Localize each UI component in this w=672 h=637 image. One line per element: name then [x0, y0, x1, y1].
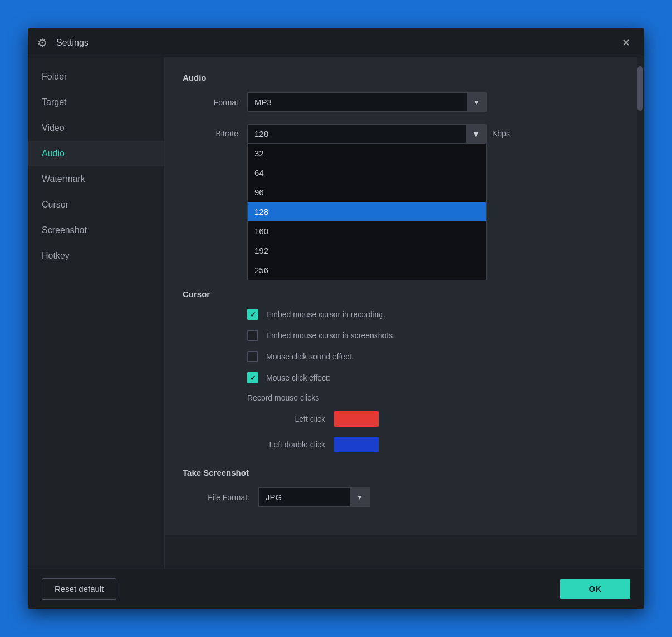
settings-icon: ⚙: [37, 36, 51, 50]
embed-screenshot-checkbox[interactable]: [247, 330, 258, 341]
format-select-wrapper: MP3 AAC WAV ▼: [247, 92, 487, 112]
embed-screenshot-row: Embed mouse cursor in screenshots.: [247, 330, 626, 341]
left-click-row: Left click: [247, 411, 626, 427]
bitrate-option-192[interactable]: 192: [248, 241, 486, 260]
bitrate-option-32[interactable]: 32: [248, 144, 486, 163]
sidebar-item-cursor[interactable]: Cursor: [28, 192, 164, 218]
titlebar: ⚙ Settings ✕: [28, 28, 644, 57]
bitrate-dropdown-trigger[interactable]: 128 ▼: [247, 124, 487, 144]
bitrate-option-96[interactable]: 96: [248, 182, 486, 202]
bitrate-dropdown-container: 128 ▼ 32 64 96 128 160 192 256: [247, 124, 487, 144]
content-scroll: Audio Format MP3 AAC WAV ▼: [165, 57, 644, 535]
content-area: Audio Format MP3 AAC WAV ▼: [165, 57, 644, 535]
click-sound-label: Mouse click sound effect.: [266, 352, 354, 361]
left-double-click-label: Left double click: [247, 440, 325, 449]
audio-section-title: Audio: [183, 73, 626, 82]
scrollbar-track[interactable]: [637, 57, 644, 569]
embed-recording-label: Embed mouse cursor in recording.: [266, 310, 385, 319]
bitrate-label: Bitrate: [183, 129, 238, 138]
format-select[interactable]: MP3 AAC WAV: [247, 92, 487, 112]
sidebar-item-folder[interactable]: Folder: [28, 64, 164, 90]
bitrate-option-160[interactable]: 160: [248, 221, 486, 241]
sidebar-item-video[interactable]: Video: [28, 115, 164, 141]
bitrate-dropdown-list: 32 64 96 128 160 192 256: [247, 144, 487, 280]
bitrate-option-64[interactable]: 64: [248, 163, 486, 182]
file-format-select-wrapper: JPG PNG BMP ▼: [258, 487, 370, 507]
left-double-click-color-swatch[interactable]: [334, 437, 379, 452]
file-format-label: File Format:: [183, 493, 249, 502]
sidebar-item-target[interactable]: Target: [28, 90, 164, 115]
cursor-section-title: Cursor: [183, 289, 626, 299]
click-effect-row: Mouse click effect:: [247, 372, 626, 383]
main-content: Folder Target Video Audio Watermark Curs…: [28, 57, 644, 569]
sidebar-item-hotkey[interactable]: Hotkey: [28, 243, 164, 269]
sidebar-item-watermark[interactable]: Watermark: [28, 166, 164, 192]
window-title: Settings: [56, 38, 617, 48]
file-format-row: File Format: JPG PNG BMP ▼: [183, 487, 626, 507]
click-effect-label: Mouse click effect:: [266, 373, 330, 382]
click-sound-checkbox[interactable]: [247, 351, 258, 362]
footer: Reset default OK: [28, 569, 644, 609]
left-double-click-row: Left double click: [247, 437, 626, 452]
embed-screenshot-label: Embed mouse cursor in screenshots.: [266, 331, 395, 340]
ok-button[interactable]: OK: [560, 579, 631, 599]
scrollbar-thumb[interactable]: [637, 66, 643, 111]
settings-window: ⚙ Settings ✕ Folder Target Video Audio W…: [28, 28, 644, 609]
screenshot-section-title: Take Screenshot: [183, 468, 626, 477]
left-click-color-swatch[interactable]: [334, 411, 379, 427]
format-label: Format: [183, 98, 238, 107]
bitrate-unit: Kbps: [492, 129, 510, 138]
bitrate-row: Bitrate 128 ▼ 32 64 96 128 160: [183, 124, 626, 144]
sidebar-item-audio[interactable]: Audio: [28, 141, 164, 166]
sidebar: Folder Target Video Audio Watermark Curs…: [28, 57, 165, 569]
close-button[interactable]: ✕: [617, 34, 635, 52]
screenshot-section: Take Screenshot File Format: JPG PNG BMP…: [183, 468, 626, 507]
sidebar-item-screenshot[interactable]: Screenshot: [28, 218, 164, 243]
click-effect-checkbox[interactable]: [247, 372, 258, 383]
bitrate-dropdown-arrow: ▼: [466, 125, 486, 143]
format-row: Format MP3 AAC WAV ▼: [183, 92, 626, 112]
embed-recording-checkbox[interactable]: [247, 309, 258, 320]
reset-default-button[interactable]: Reset default: [42, 578, 116, 600]
bitrate-option-256[interactable]: 256: [248, 260, 486, 280]
left-click-label: Left click: [247, 414, 325, 423]
embed-recording-row: Embed mouse cursor in recording.: [247, 309, 626, 320]
cursor-section: Cursor Embed mouse cursor in recording. …: [183, 289, 626, 452]
click-sound-row: Mouse click sound effect.: [247, 351, 626, 362]
file-format-select[interactable]: JPG PNG BMP: [258, 487, 370, 507]
record-clicks-label: Record mouse clicks: [247, 393, 626, 402]
content-wrapper: Audio Format MP3 AAC WAV ▼: [165, 57, 644, 569]
bitrate-option-128[interactable]: 128: [248, 202, 486, 221]
bitrate-selected-value: 128: [254, 129, 268, 139]
